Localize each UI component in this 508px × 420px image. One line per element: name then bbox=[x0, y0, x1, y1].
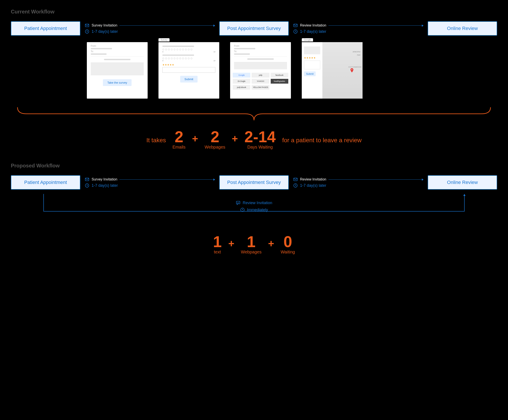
arrow-survey-invitation: Survey Invitation 1-7 day(s) later bbox=[85, 23, 215, 34]
plus-icon: + bbox=[192, 133, 198, 145]
text-input-mock bbox=[162, 67, 215, 73]
stat-value: 2 bbox=[211, 129, 219, 145]
map-background: ARBORW COTTONWOOD PAR ★★★★★ Submit bbox=[302, 42, 362, 99]
clock-icon bbox=[85, 29, 89, 34]
mockup-email-review-sites: From: To: Google yelp facebook Dr.Oogle … bbox=[230, 42, 291, 99]
star-rating: ★★★★★ bbox=[304, 56, 320, 59]
arrow-survey-invitation: Survey Invitation 1-7 day(s) later bbox=[85, 177, 215, 188]
map-label: PAR bbox=[357, 54, 360, 56]
stat-webpages: 2 Webpages bbox=[205, 129, 225, 150]
envelope-icon bbox=[293, 177, 298, 182]
mockups-row: From: To: Take the survey Survey 010 010 bbox=[87, 42, 497, 99]
stat-days-waiting: 2-14 Days Waiting bbox=[244, 129, 276, 150]
arrow-review-invitation: Review Invitation 1-7 day(s) later bbox=[293, 23, 423, 34]
email-from-label: From: bbox=[234, 45, 287, 47]
arrow-review-invitation: Review Invitation 1-7 day(s) later bbox=[293, 177, 423, 188]
section-title-current: Current Workflow bbox=[11, 9, 497, 15]
stat-label: Webpages bbox=[205, 145, 225, 150]
node-online-review: Online Review bbox=[428, 21, 497, 36]
stat-webpages: 1 Webpages bbox=[241, 234, 261, 255]
stat-waiting: 0 Waiting bbox=[281, 234, 295, 255]
site-healthgrades: healthgrades bbox=[271, 79, 288, 84]
stat-label: text bbox=[214, 249, 221, 255]
scale-min: 0 bbox=[162, 60, 163, 62]
mockup-survey-form: Survey 010 010 ★★★★★ Submit bbox=[158, 42, 219, 99]
arrow-line bbox=[119, 25, 215, 26]
stat-value: 1 bbox=[247, 234, 256, 249]
envelope-icon bbox=[85, 23, 89, 28]
email-from-label: From: bbox=[91, 45, 144, 47]
node-post-appointment-survey: Post Appointment Survey bbox=[219, 21, 289, 36]
arrow-sublabel: 1-7 day(s) later bbox=[300, 183, 326, 188]
envelope-icon bbox=[85, 177, 89, 182]
site-yahoo: YAHOO! bbox=[252, 79, 269, 84]
summary-lead: It takes bbox=[146, 137, 166, 144]
email-to-label: To: bbox=[234, 50, 287, 52]
arrow-line bbox=[328, 179, 423, 180]
site-google: Google bbox=[233, 73, 250, 77]
arrow-label: Survey Invitation bbox=[92, 23, 117, 27]
stat-value: 2-14 bbox=[244, 129, 276, 145]
stat-emails: 2 Emails bbox=[173, 129, 186, 150]
clock-icon bbox=[293, 29, 298, 34]
scale-max: 10 bbox=[214, 51, 215, 53]
map-pin-icon bbox=[350, 68, 354, 74]
mockup-google-review: Google ARBORW COTTONWOOD PAR ★★★★★ Submi… bbox=[302, 42, 362, 99]
arrow-sublabel: 1-7 day(s) later bbox=[92, 183, 118, 188]
stat-value: 1 bbox=[213, 234, 222, 249]
star-rating: ★★★★★ bbox=[162, 63, 215, 66]
node-patient-appointment: Patient Appointment bbox=[11, 175, 80, 190]
plus-icon: + bbox=[268, 238, 274, 249]
arrow-label: Review Invitation bbox=[300, 23, 326, 27]
section-title-proposed: Proposed Workflow bbox=[11, 163, 497, 169]
review-text-input bbox=[304, 60, 320, 69]
stat-value: 0 bbox=[284, 234, 292, 249]
map-label: COTTONWOOD bbox=[348, 66, 361, 68]
arrow-line bbox=[119, 179, 215, 180]
site-facebook: facebook bbox=[271, 73, 288, 77]
envelope-icon bbox=[293, 23, 298, 28]
submit-button: Submit bbox=[180, 76, 198, 82]
arrow-line bbox=[328, 25, 423, 26]
review-sites-grid: Google yelp facebook Dr.Oogle YAHOO! hea… bbox=[230, 73, 291, 90]
chat-icon bbox=[236, 201, 241, 205]
stat-label: Emails bbox=[173, 145, 186, 150]
mockup-email-survey: From: To: Take the survey bbox=[87, 42, 148, 99]
summary-trail: for a patient to leave a review bbox=[282, 137, 362, 144]
tab-label-google: Google bbox=[302, 38, 313, 41]
node-online-review: Online Review bbox=[428, 175, 497, 190]
node-post-appointment-survey: Post Appointment Survey bbox=[219, 175, 289, 190]
summary-proposed: 1 text + 1 Webpages + 0 Waiting bbox=[11, 234, 497, 255]
site-droogle: Dr.Oogle bbox=[233, 79, 250, 84]
arrow-sublabel: 1-7 day(s) later bbox=[300, 29, 326, 34]
email-to-label: To: bbox=[91, 50, 144, 52]
submit-button: Submit bbox=[304, 71, 316, 76]
take-survey-button: Take the survey bbox=[103, 79, 131, 86]
plus-icon: + bbox=[228, 238, 234, 249]
scale-min: 0 bbox=[162, 51, 163, 53]
stat-label: Waiting bbox=[281, 249, 295, 255]
return-arrow-label: Review Invitation bbox=[243, 201, 272, 205]
arrow-label: Review Invitation bbox=[300, 177, 326, 181]
plus-icon: + bbox=[232, 133, 238, 145]
site-judysbook: judy'sbook bbox=[233, 85, 250, 90]
site-yelp: yelp bbox=[252, 73, 269, 77]
nps-scale-1 bbox=[162, 49, 215, 50]
return-arrow: Review Invitation Immediately bbox=[39, 194, 469, 230]
nps-scale-2 bbox=[162, 58, 215, 59]
stat-text: 1 text bbox=[213, 234, 222, 255]
stat-label: Webpages bbox=[241, 249, 261, 255]
return-arrow-sublabel: Immediately bbox=[247, 208, 268, 212]
stat-label: Days Waiting bbox=[247, 145, 273, 150]
proposed-workflow-row: Patient Appointment Survey Invitation 1-… bbox=[11, 175, 497, 190]
node-patient-appointment: Patient Appointment bbox=[11, 21, 80, 36]
summary-current: It takes 2 Emails + 2 Webpages + 2-14 Da… bbox=[11, 129, 497, 150]
stat-value: 2 bbox=[175, 129, 184, 145]
current-workflow-row: Patient Appointment Survey Invitation 1-… bbox=[11, 21, 497, 36]
scale-max: 10 bbox=[214, 60, 215, 62]
site-yellowpages: YELLOW PAGES bbox=[252, 85, 269, 90]
clock-icon bbox=[240, 207, 245, 212]
arrow-sublabel: 1-7 day(s) later bbox=[92, 29, 118, 34]
map-label: ARBORW bbox=[353, 51, 360, 53]
clock-icon bbox=[85, 183, 89, 188]
